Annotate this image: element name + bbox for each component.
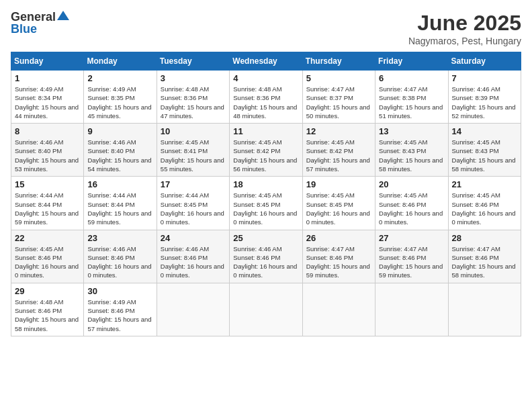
table-row: 5 Sunrise: 4:47 AM Sunset: 8:37 PM Dayli… <box>302 71 375 124</box>
day-number: 27 <box>379 233 444 243</box>
table-row: 9 Sunrise: 4:46 AM Sunset: 8:40 PM Dayli… <box>84 124 157 177</box>
day-number: 6 <box>379 73 444 83</box>
day-info: Sunrise: 4:45 AM Sunset: 8:43 PM Dayligh… <box>452 138 517 173</box>
calendar-week-row: 15 Sunrise: 4:44 AM Sunset: 8:44 PM Dayl… <box>11 177 521 230</box>
table-row: 28 Sunrise: 4:47 AM Sunset: 8:46 PM Dayl… <box>448 230 521 283</box>
calendar-week-row: 22 Sunrise: 4:45 AM Sunset: 8:46 PM Dayl… <box>11 230 521 283</box>
day-info: Sunrise: 4:46 AM Sunset: 8:40 PM Dayligh… <box>15 138 80 173</box>
table-row: 21 Sunrise: 4:45 AM Sunset: 8:46 PM Dayl… <box>448 177 521 230</box>
table-row: 16 Sunrise: 4:44 AM Sunset: 8:44 PM Dayl… <box>84 177 157 230</box>
calendar-week-row: 8 Sunrise: 4:46 AM Sunset: 8:40 PM Dayli… <box>11 124 521 177</box>
day-info: Sunrise: 4:46 AM Sunset: 8:39 PM Dayligh… <box>452 85 517 120</box>
day-number: 5 <box>306 73 371 83</box>
day-number: 17 <box>161 179 226 189</box>
day-info: Sunrise: 4:45 AM Sunset: 8:43 PM Dayligh… <box>379 138 444 173</box>
day-number: 10 <box>161 126 226 136</box>
day-number: 25 <box>233 233 298 243</box>
day-info: Sunrise: 4:47 AM Sunset: 8:38 PM Dayligh… <box>379 85 444 120</box>
month-title: June 2025 <box>408 11 521 36</box>
calendar-table: Sunday Monday Tuesday Wednesday Thursday… <box>11 52 521 336</box>
table-row: 3 Sunrise: 4:48 AM Sunset: 8:36 PM Dayli… <box>157 71 229 124</box>
empty-cell <box>302 283 375 336</box>
table-row: 25 Sunrise: 4:46 AM Sunset: 8:46 PM Dayl… <box>230 230 302 283</box>
day-number: 30 <box>87 286 152 296</box>
empty-cell <box>448 283 521 336</box>
day-info: Sunrise: 4:49 AM Sunset: 8:35 PM Dayligh… <box>87 85 152 120</box>
empty-cell <box>375 283 448 336</box>
day-info: Sunrise: 4:46 AM Sunset: 8:46 PM Dayligh… <box>161 244 226 280</box>
day-number: 1 <box>15 73 80 83</box>
table-row: 8 Sunrise: 4:46 AM Sunset: 8:40 PM Dayli… <box>11 124 84 177</box>
day-info: Sunrise: 4:46 AM Sunset: 8:40 PM Dayligh… <box>87 138 152 173</box>
day-info: Sunrise: 4:47 AM Sunset: 8:46 PM Dayligh… <box>306 244 371 280</box>
table-row: 22 Sunrise: 4:45 AM Sunset: 8:46 PM Dayl… <box>11 230 84 283</box>
day-info: Sunrise: 4:45 AM Sunset: 8:42 PM Dayligh… <box>233 138 298 173</box>
calendar-week-row: 1 Sunrise: 4:49 AM Sunset: 8:34 PM Dayli… <box>11 71 521 124</box>
table-row: 18 Sunrise: 4:45 AM Sunset: 8:45 PM Dayl… <box>230 177 302 230</box>
table-row: 10 Sunrise: 4:45 AM Sunset: 8:41 PM Dayl… <box>157 124 229 177</box>
day-number: 19 <box>306 179 371 189</box>
col-monday: Monday <box>84 52 157 71</box>
logo-blue-text: Blue <box>11 22 37 36</box>
table-row: 20 Sunrise: 4:45 AM Sunset: 8:46 PM Dayl… <box>375 177 448 230</box>
day-number: 16 <box>87 179 152 189</box>
day-info: Sunrise: 4:47 AM Sunset: 8:46 PM Dayligh… <box>379 244 444 280</box>
calendar-week-row: 29 Sunrise: 4:48 AM Sunset: 8:46 PM Dayl… <box>11 283 521 336</box>
title-area: June 2025 Nagymaros, Pest, Hungary <box>408 11 521 46</box>
logo-icon <box>57 11 69 20</box>
day-info: Sunrise: 4:47 AM Sunset: 8:46 PM Dayligh… <box>452 244 517 280</box>
day-info: Sunrise: 4:45 AM Sunset: 8:41 PM Dayligh… <box>161 138 226 173</box>
calendar-header-row: Sunday Monday Tuesday Wednesday Thursday… <box>11 52 521 71</box>
day-number: 22 <box>15 233 80 243</box>
table-row: 19 Sunrise: 4:45 AM Sunset: 8:45 PM Dayl… <box>302 177 375 230</box>
day-info: Sunrise: 4:47 AM Sunset: 8:37 PM Dayligh… <box>306 85 371 120</box>
table-row: 4 Sunrise: 4:48 AM Sunset: 8:36 PM Dayli… <box>230 71 302 124</box>
table-row: 26 Sunrise: 4:47 AM Sunset: 8:46 PM Dayl… <box>302 230 375 283</box>
table-row: 7 Sunrise: 4:46 AM Sunset: 8:39 PM Dayli… <box>448 71 521 124</box>
table-row: 27 Sunrise: 4:47 AM Sunset: 8:46 PM Dayl… <box>375 230 448 283</box>
day-number: 15 <box>15 179 80 189</box>
day-info: Sunrise: 4:44 AM Sunset: 8:44 PM Dayligh… <box>15 191 80 226</box>
day-info: Sunrise: 4:48 AM Sunset: 8:36 PM Dayligh… <box>233 85 298 120</box>
day-number: 12 <box>306 126 371 136</box>
table-row: 2 Sunrise: 4:49 AM Sunset: 8:35 PM Dayli… <box>84 71 157 124</box>
table-row: 17 Sunrise: 4:44 AM Sunset: 8:45 PM Dayl… <box>157 177 229 230</box>
day-number: 20 <box>379 179 444 189</box>
day-info: Sunrise: 4:44 AM Sunset: 8:45 PM Dayligh… <box>161 191 226 226</box>
table-row: 23 Sunrise: 4:46 AM Sunset: 8:46 PM Dayl… <box>84 230 157 283</box>
col-saturday: Saturday <box>448 52 521 71</box>
col-thursday: Thursday <box>302 52 375 71</box>
day-number: 24 <box>161 233 226 243</box>
empty-cell <box>230 283 302 336</box>
day-number: 13 <box>379 126 444 136</box>
table-row: 30 Sunrise: 4:49 AM Sunset: 8:46 PM Dayl… <box>84 283 157 336</box>
day-info: Sunrise: 4:48 AM Sunset: 8:46 PM Dayligh… <box>15 298 80 333</box>
logo-general-text: General <box>11 11 56 23</box>
day-number: 28 <box>452 233 517 243</box>
day-info: Sunrise: 4:44 AM Sunset: 8:44 PM Dayligh… <box>87 191 152 226</box>
day-number: 23 <box>87 233 152 243</box>
day-info: Sunrise: 4:46 AM Sunset: 8:46 PM Dayligh… <box>87 244 152 280</box>
col-friday: Friday <box>375 52 448 71</box>
day-number: 21 <box>452 179 517 189</box>
day-info: Sunrise: 4:45 AM Sunset: 8:45 PM Dayligh… <box>233 191 298 226</box>
svg-marker-0 <box>57 11 69 20</box>
table-row: 14 Sunrise: 4:45 AM Sunset: 8:43 PM Dayl… <box>448 124 521 177</box>
day-number: 11 <box>233 126 298 136</box>
day-info: Sunrise: 4:45 AM Sunset: 8:46 PM Dayligh… <box>452 191 517 226</box>
col-sunday: Sunday <box>11 52 84 71</box>
day-number: 7 <box>452 73 517 83</box>
day-number: 9 <box>87 126 152 136</box>
table-row: 12 Sunrise: 4:45 AM Sunset: 8:42 PM Dayl… <box>302 124 375 177</box>
day-info: Sunrise: 4:49 AM Sunset: 8:34 PM Dayligh… <box>15 85 80 120</box>
empty-cell <box>157 283 229 336</box>
day-number: 4 <box>233 73 298 83</box>
table-row: 1 Sunrise: 4:49 AM Sunset: 8:34 PM Dayli… <box>11 71 84 124</box>
day-number: 8 <box>15 126 80 136</box>
day-info: Sunrise: 4:45 AM Sunset: 8:46 PM Dayligh… <box>15 244 80 280</box>
location-title: Nagymaros, Pest, Hungary <box>408 36 521 46</box>
col-wednesday: Wednesday <box>230 52 302 71</box>
day-info: Sunrise: 4:45 AM Sunset: 8:42 PM Dayligh… <box>306 138 371 173</box>
table-row: 6 Sunrise: 4:47 AM Sunset: 8:38 PM Dayli… <box>375 71 448 124</box>
page-header: General Blue June 2025 Nagymaros, Pest, … <box>11 11 521 46</box>
